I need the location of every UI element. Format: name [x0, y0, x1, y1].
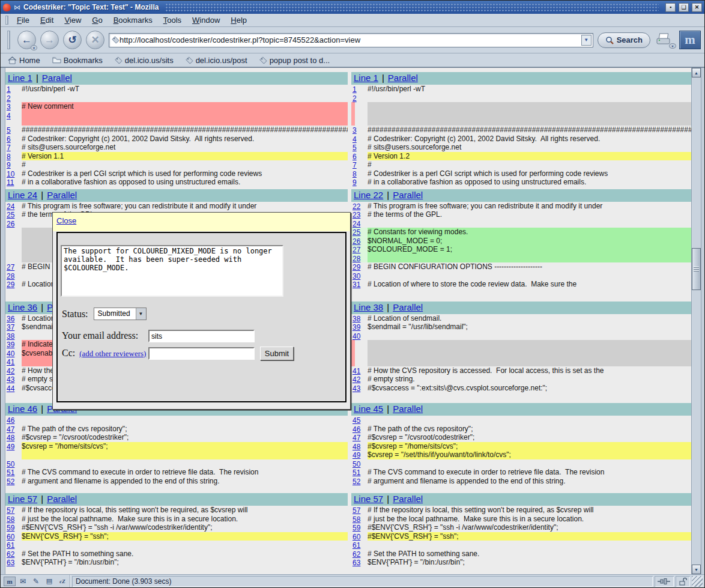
line-anchor-link[interactable]: Line 1 — [8, 73, 32, 83]
line-number-link[interactable]: 43 — [7, 375, 14, 384]
line-number-link[interactable]: 52 — [7, 477, 14, 486]
line-number-link[interactable]: 27 — [352, 246, 360, 254]
mozilla-logo[interactable] — [679, 31, 701, 49]
line-number-link[interactable]: 28 — [352, 255, 360, 263]
maximize-button[interactable] — [679, 3, 689, 12]
email-field[interactable] — [148, 330, 255, 342]
line-number-link[interactable]: 24 — [7, 202, 14, 211]
line-number-link[interactable]: 39 — [352, 323, 360, 332]
line-number-link[interactable]: 1 — [352, 85, 357, 94]
close-button[interactable] — [692, 3, 702, 12]
line-anchor-link[interactable]: Line 38 — [354, 302, 383, 312]
line-number-link[interactable]: 48 — [7, 434, 14, 442]
line-number-link[interactable]: 50 — [7, 460, 14, 468]
cc-field[interactable] — [148, 347, 255, 360]
scrollbar-thumb[interactable] — [692, 248, 701, 290]
line-number-link[interactable]: 9 — [352, 178, 357, 187]
line-number-link[interactable]: 29 — [352, 263, 360, 271]
window-resize-grip[interactable] — [692, 576, 703, 587]
bookmark-delicious-post[interactable]: del.icio.us/post — [181, 55, 252, 66]
line-number-link[interactable]: 1 — [7, 85, 11, 94]
line-number-link[interactable]: 62 — [352, 550, 360, 559]
parallel-view-link[interactable]: Parallel — [388, 73, 418, 83]
line-number-link[interactable]: 4 — [352, 135, 357, 144]
line-anchor-link[interactable]: Line 24 — [8, 190, 37, 200]
reload-button[interactable]: ↺ — [63, 31, 82, 49]
line-number-link[interactable]: 6 — [352, 153, 357, 161]
line-number-link[interactable]: 38 — [7, 332, 14, 341]
line-number-link[interactable]: 6 — [7, 135, 11, 144]
line-number-link[interactable]: 2 — [7, 94, 11, 103]
line-number-link[interactable]: 4 — [7, 112, 11, 120]
menu-help[interactable]: Help — [225, 14, 252, 26]
line-number-link[interactable]: 42 — [7, 367, 14, 375]
parallel-view-link[interactable]: Parallel — [393, 302, 423, 312]
line-number-link[interactable]: 58 — [352, 515, 360, 524]
line-number-link[interactable]: 3 — [352, 126, 357, 135]
search-button[interactable]: Search — [598, 32, 650, 48]
minimize-button[interactable] — [665, 3, 676, 12]
vertical-scrollbar[interactable]: ▲ ▼ — [691, 68, 701, 574]
line-anchor-link[interactable]: Line 57 — [354, 494, 383, 504]
print-dropdown[interactable]: ▾ — [669, 43, 676, 49]
line-number-link[interactable]: 57 — [7, 506, 14, 515]
composer-icon[interactable] — [30, 577, 42, 586]
url-bookmark-icon[interactable] — [112, 36, 120, 44]
line-number-link[interactable]: 61 — [7, 541, 14, 550]
forward-button[interactable]: → — [40, 31, 59, 49]
line-number-link[interactable]: 10 — [7, 170, 14, 178]
comment-textarea[interactable]: The support for COLOURED_MIXED_MODE is n… — [61, 245, 283, 297]
line-number-link[interactable]: 48 — [352, 443, 360, 451]
line-number-link[interactable]: 42 — [352, 375, 360, 384]
line-number-link[interactable]: 62 — [7, 550, 14, 559]
line-number-link[interactable]: 9 — [7, 161, 11, 169]
line-number-link[interactable]: 51 — [7, 468, 14, 477]
url-dropdown-button[interactable]: ▼ — [581, 35, 592, 46]
line-anchor-link[interactable]: Line 1 — [354, 73, 378, 83]
url-input[interactable] — [120, 34, 580, 47]
parallel-view-link[interactable]: Parallel — [393, 190, 423, 200]
line-number-link[interactable]: 7 — [7, 144, 11, 152]
line-number-link[interactable]: 45 — [352, 416, 360, 425]
line-number-link[interactable]: 63 — [7, 559, 14, 567]
line-number-link[interactable]: 5 — [352, 144, 357, 152]
line-number-link[interactable]: 23 — [352, 211, 360, 219]
bookmark-popup-post[interactable]: popup post to d... — [255, 55, 334, 66]
line-number-link[interactable]: 27 — [7, 263, 14, 271]
line-number-link[interactable]: 30 — [352, 272, 360, 280]
line-number-link[interactable]: 37 — [7, 323, 14, 332]
navigator-icon[interactable] — [4, 577, 16, 586]
line-number-link[interactable]: 46 — [7, 416, 14, 425]
line-number-link[interactable]: 61 — [352, 541, 360, 550]
parallel-view-link[interactable]: Parallel — [393, 494, 423, 504]
line-anchor-link[interactable]: Line 45 — [354, 404, 383, 414]
line-number-link[interactable]: 31 — [352, 280, 360, 289]
parallel-view-link[interactable]: Parallel — [42, 73, 72, 83]
line-anchor-link[interactable]: Line 36 — [8, 302, 37, 312]
stop-button[interactable]: ✕ — [86, 31, 104, 49]
line-number-link[interactable]: 36 — [7, 315, 14, 323]
back-button[interactable]: ←▾ — [17, 31, 36, 49]
bookmark-delicious-sits[interactable]: del.icio.us/sits — [110, 55, 178, 66]
select-arrow-icon[interactable]: ▼ — [136, 308, 146, 320]
line-number-link[interactable]: 26 — [7, 220, 14, 228]
line-number-link[interactable]: 59 — [7, 524, 14, 532]
line-number-link[interactable]: 63 — [352, 559, 360, 567]
back-history-dropdown[interactable]: ▾ — [31, 45, 37, 50]
line-number-link[interactable]: 51 — [352, 468, 360, 477]
line-number-link[interactable]: 41 — [352, 367, 360, 375]
parallel-view-link[interactable]: Parallel — [47, 190, 77, 200]
menu-file[interactable]: File — [11, 14, 35, 26]
navbar-grippy[interactable] — [7, 31, 10, 49]
line-number-link[interactable]: 47 — [7, 425, 14, 434]
line-number-link[interactable]: 8 — [7, 153, 11, 161]
line-anchor-link[interactable]: Line 57 — [8, 494, 37, 504]
line-number-link[interactable]: 46 — [352, 425, 360, 434]
line-number-link[interactable]: 22 — [352, 202, 360, 211]
line-anchor-link[interactable]: Line 46 — [8, 404, 37, 414]
line-number-link[interactable]: 24 — [352, 220, 360, 228]
line-number-link[interactable]: 57 — [352, 506, 360, 515]
line-number-link[interactable]: 44 — [7, 384, 14, 393]
line-number-link[interactable]: 5 — [7, 126, 11, 135]
line-number-link[interactable]: 52 — [352, 477, 360, 486]
